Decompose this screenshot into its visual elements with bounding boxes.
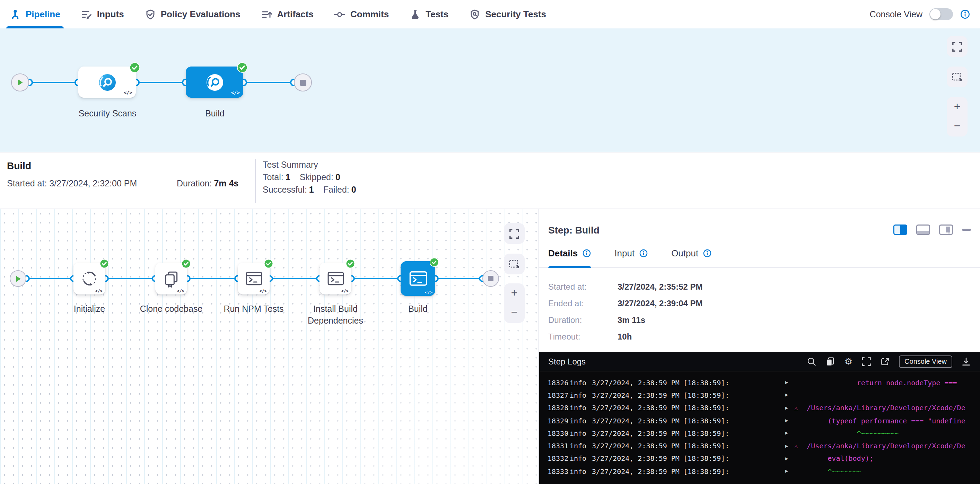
expand-arrow-icon[interactable]: ▶ [785, 405, 794, 411]
info-icon[interactable] [639, 249, 648, 258]
tab-label: Pipeline [25, 9, 60, 19]
stage-label: Security Scans [59, 108, 156, 120]
detail-row: Started at:3/27/2024, 2:35:52 PM [548, 282, 980, 292]
tab-details[interactable]: Details [548, 242, 591, 267]
step-details: Started at:3/27/2024, 2:35:52 PM Ended a… [539, 268, 980, 352]
started-at: Started at: 3/27/2024, 2:32:00 PM [7, 179, 137, 189]
tab-inputs[interactable]: Inputs [81, 0, 124, 29]
log-line: 18328info3/27/2024, 2:38:59 PM[18:38:59]… [539, 401, 980, 414]
split-bottom-view-icon[interactable] [916, 224, 930, 235]
split-right-view-icon[interactable] [893, 224, 907, 235]
console-view-button[interactable]: Console View [899, 355, 952, 368]
fullscreen-icon[interactable] [861, 357, 871, 366]
step-graph-canvas: </> </> </> [0, 209, 539, 484]
tab-label: Security Tests [485, 9, 546, 19]
pipeline-execution-page: Pipeline Inputs Policy Evaluations Artif… [0, 0, 980, 484]
success-check-icon [430, 258, 439, 267]
flask-icon [410, 9, 421, 20]
tab-commits[interactable]: Commits [334, 0, 389, 29]
marquee-select-button[interactable] [504, 254, 525, 275]
step-label: Install Build Dependencies [297, 303, 374, 327]
step-node-install-build-dependencies[interactable]: </> [320, 263, 352, 295]
step-end-node[interactable] [482, 270, 499, 287]
console-view-label: Console View [870, 10, 923, 19]
expand-arrow-icon[interactable]: ▶ [785, 468, 794, 474]
tab-artifacts[interactable]: Artifacts [261, 0, 313, 29]
commit-icon [334, 9, 345, 20]
tab-policy-evaluations[interactable]: Policy Evaluations [145, 0, 240, 29]
step-node-build[interactable]: </> [401, 261, 435, 296]
step-label: Clone codebase [130, 303, 213, 315]
step-connectors [0, 209, 539, 484]
stage-node-build[interactable]: </> [186, 67, 243, 98]
stage-start-node[interactable] [11, 73, 29, 92]
zoom-out-button[interactable]: − [504, 303, 525, 322]
info-icon[interactable] [702, 249, 711, 258]
fit-to-screen-button[interactable] [947, 36, 967, 57]
step-start-node[interactable] [10, 270, 26, 287]
step-label: Build [376, 303, 460, 315]
console-view-toggle[interactable] [929, 8, 953, 20]
success-check-icon [130, 62, 140, 73]
tab-output[interactable]: Output [671, 242, 711, 267]
settings-gear-icon[interactable]: ⚙ [845, 357, 853, 366]
success-check-icon [237, 62, 247, 73]
zoom-in-button[interactable]: + [504, 283, 525, 303]
tab-security-tests[interactable]: Security Tests [469, 0, 546, 29]
info-icon[interactable] [582, 249, 591, 258]
expand-arrow-icon[interactable]: ▶ [785, 443, 794, 449]
terminal-icon [409, 270, 427, 287]
step-node-run-npm-tests[interactable]: </> [238, 263, 270, 295]
minimize-panel-button[interactable] [962, 229, 971, 231]
download-icon[interactable] [961, 357, 971, 366]
tab-input[interactable]: Input [614, 242, 648, 267]
log-line: 18330info3/27/2024, 2:38:59 PM[18:38:59]… [539, 427, 980, 440]
marquee-select-button[interactable] [947, 67, 967, 87]
step-panel-title: Step: Build [548, 224, 600, 235]
tab-label: Commits [350, 9, 389, 19]
fit-to-screen-button[interactable] [504, 223, 525, 244]
info-icon[interactable] [960, 9, 970, 19]
stage-title: Build [7, 160, 31, 171]
tab-pipeline[interactable]: Pipeline [10, 0, 60, 29]
stage-node-security-scans[interactable]: </> [78, 67, 136, 98]
expand-arrow-icon[interactable]: ▶ [785, 380, 794, 385]
step-node-clone-codebase[interactable]: </> [155, 263, 187, 295]
open-in-new-icon[interactable] [880, 357, 890, 366]
policy-shield-icon [145, 9, 156, 20]
success-check-icon [264, 259, 273, 268]
duration: Duration:7m 4s [177, 179, 239, 189]
tab-label: Policy Evaluations [161, 9, 240, 19]
log-line: 18332info3/27/2024, 2:38:59 PM[18:38:59]… [539, 452, 980, 465]
zoom-out-button[interactable]: − [947, 116, 967, 136]
detail-row: Duration:3m 11s [548, 315, 980, 325]
search-icon[interactable] [807, 357, 817, 366]
play-icon [17, 78, 24, 87]
expand-arrow-icon[interactable]: ▶ [785, 431, 794, 436]
zoom-controls: + − [947, 97, 967, 136]
artifacts-icon [261, 9, 272, 20]
warning-icon: ⚠ [794, 443, 798, 449]
terminal-icon [245, 271, 262, 287]
step-node-initialize[interactable]: </> [73, 263, 105, 295]
tab-label: Artifacts [277, 9, 313, 19]
stage-connectors [0, 29, 980, 152]
log-line: 18333info3/27/2024, 2:38:59 PM[18:38:59]… [539, 465, 980, 478]
security-scan-stage-icon [98, 73, 116, 91]
stage-end-node[interactable] [294, 73, 312, 92]
expand-arrow-icon[interactable]: ▶ [785, 418, 794, 424]
tab-label: Output [671, 248, 698, 259]
expand-arrow-icon[interactable]: ▶ [785, 392, 794, 398]
code-glyph: </> [124, 90, 132, 96]
zoom-in-button[interactable]: + [947, 97, 967, 116]
play-icon [15, 275, 21, 282]
panel-layout-controls [893, 224, 971, 235]
step-label: Initialize [48, 303, 131, 315]
floating-view-icon[interactable] [939, 224, 953, 235]
top-navigation: Pipeline Inputs Policy Evaluations Artif… [0, 0, 980, 29]
stop-icon [300, 79, 306, 86]
divider [255, 159, 256, 203]
tab-tests[interactable]: Tests [410, 0, 449, 29]
expand-arrow-icon[interactable]: ▶ [785, 456, 794, 462]
copy-icon[interactable] [826, 357, 835, 366]
